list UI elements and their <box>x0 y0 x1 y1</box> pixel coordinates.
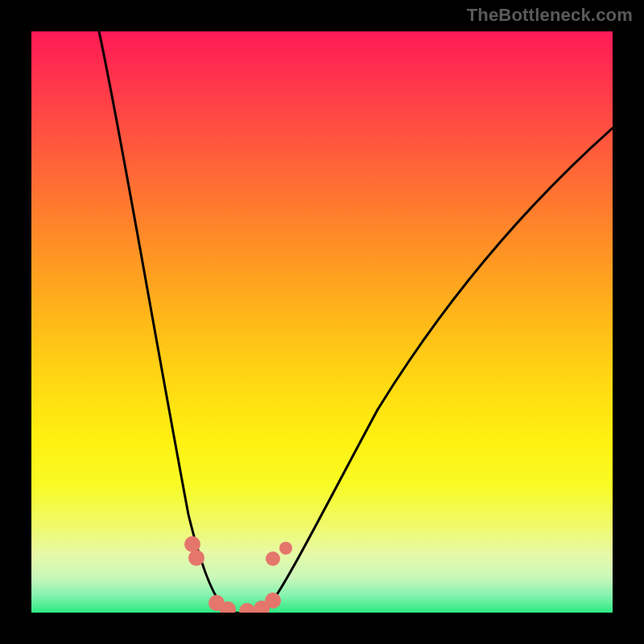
marker-left-shoulder-1 <box>184 536 200 552</box>
marker-valley-right-2 <box>265 592 281 609</box>
plot-area <box>31 31 613 613</box>
marker-left-shoulder-2 <box>188 550 204 566</box>
watermark-text: TheBottleneck.com <box>467 5 633 26</box>
marker-right-shoulder-2 <box>279 542 292 555</box>
chart-frame: TheBottleneck.com <box>0 0 644 644</box>
marker-valley-center <box>239 603 255 613</box>
left-curve <box>99 31 229 611</box>
marker-right-shoulder-1 <box>266 551 280 566</box>
right-curve <box>265 128 613 611</box>
curves-svg <box>31 31 613 613</box>
